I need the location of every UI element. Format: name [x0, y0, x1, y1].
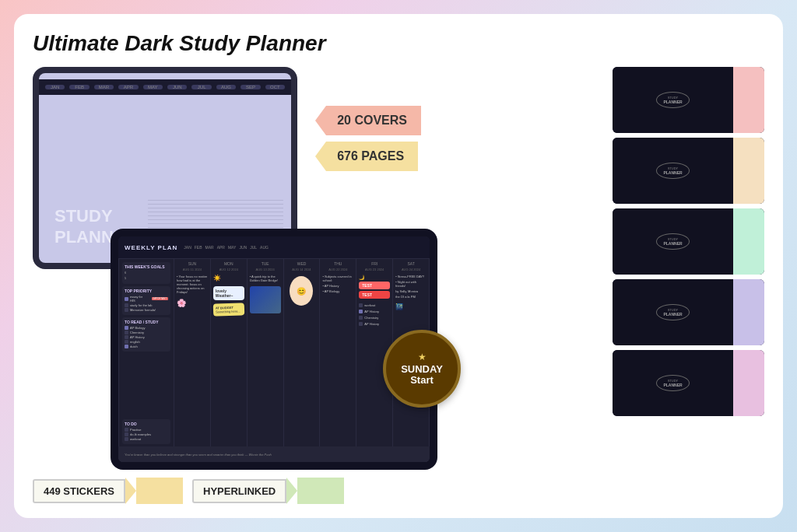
stickers-label: 449 STICKERS: [33, 478, 183, 504]
covers-ribbon-body: 20 COVERS: [326, 106, 421, 135]
tablets-area: JAN FEB MAR APR MAY JUN JUL AUG SEP OCT: [33, 67, 600, 470]
weekly-plan-title: WEEKLY PLAN: [125, 244, 177, 251]
day-monday: MON AUG 12 2024 ☀️ lovely Weather~ AT BU…: [211, 259, 247, 461]
day-tuesday: TUE AUG 13 2024 • A quick trip to the Go…: [248, 259, 283, 461]
test-badge: TEST: [359, 282, 390, 289]
pages-ribbon-item: 676 PAGES: [315, 142, 421, 171]
thumbnail-3: STUDY PLANNER: [613, 208, 764, 275]
month-tab: AUG: [260, 245, 269, 250]
planner-label-oval: STUDY PLANNER: [656, 92, 689, 108]
day-sunday: SUN AUG 11 2024 • Your focus no matter h…: [174, 259, 210, 461]
to-read-study: TO READ / STUDY AP Biology Chemistry: [122, 317, 170, 352]
stripe-lavender: [733, 279, 764, 345]
pages-ribbon-body: 676 PAGES: [326, 142, 418, 171]
month-tab: JUL: [250, 245, 257, 250]
planner-label-oval: STUDY PLANNER: [656, 375, 689, 391]
quote-bar: You're braver than you believe and stron…: [118, 446, 430, 462]
thumbnail-2: STUDY PLANNER: [613, 138, 764, 204]
covers-ribbon-item: 20 COVERS: [315, 106, 421, 135]
day-wednesday: WED AUG 14 2024 😊: [284, 259, 320, 461]
month-tab: APR: [217, 245, 225, 250]
page-title: Ultimate Dark Study Planner: [33, 31, 764, 56]
test-badge-2: TEST: [359, 291, 390, 299]
weekly-grid: THIS WEEK'S GOALS 6 5 TOP PRIORITY essay…: [118, 258, 430, 462]
nav-month: FEB: [69, 85, 89, 89]
nav-month: MAR: [94, 85, 114, 89]
product-card: Ultimate Dark Study Planner JAN FEB MAR …: [14, 14, 783, 518]
thumbnail-4: STUDY PLANNER: [613, 279, 764, 345]
stripe-mint: [733, 208, 764, 275]
planner-label-oval: STUDY PLANNER: [656, 304, 689, 320]
smiley-sticker: 😊: [290, 276, 313, 306]
covers-label: 20 COVERS: [337, 114, 407, 128]
planner-label-oval: STUDY PLANNER: [656, 233, 689, 250]
hyperlinked-ribbon-body: [297, 478, 344, 504]
star-icon: ★: [418, 352, 427, 362]
month-tab: MAY: [228, 245, 236, 250]
sunday-start-badge: ★ SUNDAY Start: [383, 330, 461, 408]
cover-thumbnails: STUDY PLANNER STUDY PLANNER: [613, 67, 764, 504]
thumbnail-1: STUDY PLANNER: [613, 67, 764, 133]
day-thursday: THU AUG 22 2024 • Subjects covered in sc…: [320, 259, 356, 461]
month-tab: JAN: [184, 245, 191, 250]
planner-label-oval: STUDY PLANNER: [656, 163, 689, 179]
month-tab: FEB: [195, 245, 202, 250]
weekly-plan-header: WEEKLY PLAN JAN FEB MAR APR MAY JUN JUL …: [118, 236, 430, 258]
stripe-pink: [733, 67, 764, 133]
sunday-label: SUNDAY Start: [401, 364, 443, 387]
month-tabs: JAN FEB MAR APR MAY JUN JUL AUG: [184, 245, 269, 250]
weather-widget: lovely Weather~: [213, 286, 244, 300]
left-content: JAN FEB MAR APR MAY JUN JUL AUG SEP OCT: [33, 67, 600, 504]
sidebar-tasks: THIS WEEK'S GOALS 6 5 TOP PRIORITY essay…: [119, 259, 174, 461]
pages-ribbon-left-tail: [315, 142, 326, 171]
hyperlinked-label: HYPERLINKED: [192, 478, 344, 504]
stripe-cream: [733, 138, 764, 204]
pages-label: 676 PAGES: [337, 149, 404, 163]
month-tab: MAR: [205, 245, 214, 250]
month-tab: JUN: [239, 245, 247, 250]
sticky-note: AT BUDGET Something here...: [213, 303, 244, 316]
thumbnail-5: STUDY PLANNER: [613, 350, 764, 416]
motivational-quote: You're braver than you believe and stron…: [125, 453, 272, 457]
covers-ribbon-left-tail: [315, 106, 326, 135]
bottom-labels: 449 STICKERS HYPERLINKED: [33, 478, 600, 504]
nav-month: JAN: [45, 85, 65, 89]
this-week-goals: THIS WEEK'S GOALS 6 5: [122, 262, 170, 284]
stickers-ribbon-body: [136, 478, 183, 504]
stickers-ribbon-tail: [125, 478, 136, 504]
top-priority: TOP PRIORITY essay for HIS IMPORTANT stu…: [122, 286, 170, 315]
to-do: TO DO Practise do-lit examples: [122, 419, 170, 444]
nav-month: APR: [118, 85, 138, 89]
hyperlinked-ribbon-tail: [286, 478, 297, 504]
feature-ribbons: 20 COVERS 676 PAGES: [315, 106, 421, 171]
stripe-lilac: [733, 350, 764, 416]
photo-placeholder: [250, 286, 281, 313]
